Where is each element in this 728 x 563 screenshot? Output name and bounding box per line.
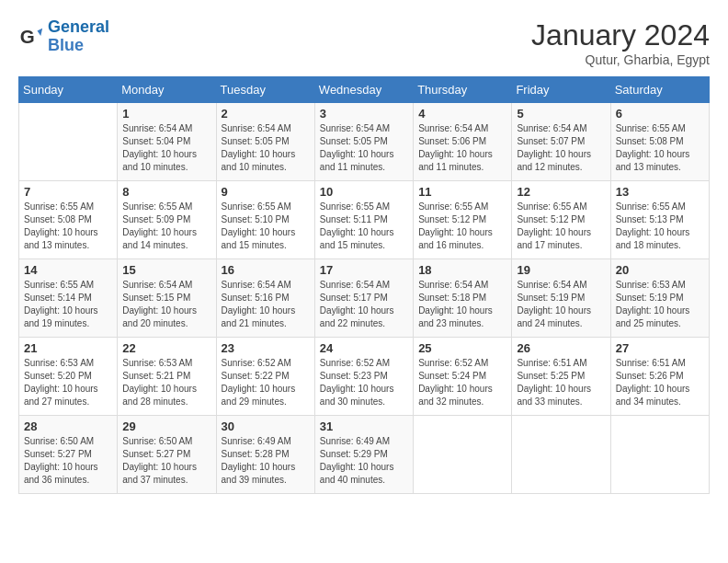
page-header: G General Blue January 2024 Qutur, Gharb… [18,18,710,67]
day-cell: 5Sunrise: 6:54 AMSunset: 5:07 PMDaylight… [512,103,610,181]
day-number: 11 [418,185,506,199]
day-cell [610,416,709,494]
day-info: Sunrise: 6:55 AMSunset: 5:14 PMDaylight:… [24,279,112,330]
day-cell: 13Sunrise: 6:55 AMSunset: 5:13 PMDayligh… [610,181,709,259]
day-number: 14 [24,263,112,277]
day-number: 24 [320,341,408,355]
day-info: Sunrise: 6:49 AMSunset: 5:29 PMDaylight:… [320,435,408,487]
day-number: 26 [517,341,605,355]
day-header-wednesday: Wednesday [314,77,413,103]
day-number: 3 [320,107,408,121]
day-cell: 7Sunrise: 6:55 AMSunset: 5:08 PMDaylight… [19,181,118,259]
day-number: 15 [122,263,210,277]
day-cell: 14Sunrise: 6:55 AMSunset: 5:14 PMDayligh… [19,259,118,338]
logo-icon: G [18,24,44,50]
day-cell: 27Sunrise: 6:51 AMSunset: 5:26 PMDayligh… [610,338,709,416]
day-info: Sunrise: 6:55 AMSunset: 5:12 PMDaylight:… [517,201,605,252]
day-cell: 29Sunrise: 6:50 AMSunset: 5:27 PMDayligh… [118,416,216,494]
day-cell [414,416,512,494]
day-info: Sunrise: 6:52 AMSunset: 5:22 PMDaylight:… [222,357,310,408]
day-cell: 16Sunrise: 6:54 AMSunset: 5:16 PMDayligh… [216,259,314,338]
svg-marker-1 [38,28,43,35]
day-info: Sunrise: 6:54 AMSunset: 5:06 PMDaylight:… [418,122,506,174]
day-cell: 24Sunrise: 6:52 AMSunset: 5:23 PMDayligh… [314,338,413,416]
logo-text: General Blue [48,18,109,55]
week-row-5: 28Sunrise: 6:50 AMSunset: 5:27 PMDayligh… [19,416,710,494]
day-cell: 9Sunrise: 6:55 AMSunset: 5:10 PMDaylight… [216,181,314,259]
day-number: 25 [418,341,506,355]
week-row-2: 7Sunrise: 6:55 AMSunset: 5:08 PMDaylight… [19,181,710,259]
day-info: Sunrise: 6:53 AMSunset: 5:19 PMDaylight:… [616,279,704,330]
day-cell: 25Sunrise: 6:52 AMSunset: 5:24 PMDayligh… [414,338,512,416]
day-info: Sunrise: 6:53 AMSunset: 5:20 PMDaylight:… [24,357,112,408]
day-header-sunday: Sunday [19,77,118,103]
day-info: Sunrise: 6:54 AMSunset: 5:05 PMDaylight:… [320,122,408,174]
day-info: Sunrise: 6:52 AMSunset: 5:24 PMDaylight:… [418,357,506,408]
week-row-1: 1Sunrise: 6:54 AMSunset: 5:04 PMDaylight… [19,103,710,181]
day-info: Sunrise: 6:51 AMSunset: 5:25 PMDaylight:… [517,357,605,408]
day-number: 19 [517,263,605,277]
day-cell: 10Sunrise: 6:55 AMSunset: 5:11 PMDayligh… [314,181,413,259]
day-number: 20 [616,263,704,277]
day-info: Sunrise: 6:51 AMSunset: 5:26 PMDaylight:… [616,357,704,408]
day-cell: 4Sunrise: 6:54 AMSunset: 5:06 PMDaylight… [414,103,512,181]
day-info: Sunrise: 6:55 AMSunset: 5:13 PMDaylight:… [616,201,704,252]
day-info: Sunrise: 6:50 AMSunset: 5:27 PMDaylight:… [24,435,112,487]
day-info: Sunrise: 6:55 AMSunset: 5:08 PMDaylight:… [616,122,704,174]
day-number: 28 [24,419,112,433]
day-info: Sunrise: 6:55 AMSunset: 5:08 PMDaylight:… [24,201,112,252]
day-number: 23 [222,341,310,355]
logo-line1: General [48,17,109,36]
day-cell: 6Sunrise: 6:55 AMSunset: 5:08 PMDaylight… [610,103,709,181]
day-cell: 1Sunrise: 6:54 AMSunset: 5:04 PMDaylight… [118,103,216,181]
day-cell: 30Sunrise: 6:49 AMSunset: 5:28 PMDayligh… [216,416,314,494]
day-info: Sunrise: 6:54 AMSunset: 5:04 PMDaylight:… [122,122,210,174]
day-number: 18 [418,263,506,277]
day-info: Sunrise: 6:55 AMSunset: 5:09 PMDaylight:… [122,201,210,252]
location: Qutur, Gharbia, Egypt [531,52,710,67]
day-number: 10 [320,185,408,199]
day-number: 22 [122,341,210,355]
day-number: 8 [122,185,210,199]
day-info: Sunrise: 6:50 AMSunset: 5:27 PMDaylight:… [122,435,210,487]
day-cell: 19Sunrise: 6:54 AMSunset: 5:19 PMDayligh… [512,259,610,338]
day-cell: 11Sunrise: 6:55 AMSunset: 5:12 PMDayligh… [414,181,512,259]
day-number: 16 [222,263,310,277]
month-title: January 2024 [531,18,710,52]
day-number: 29 [122,419,210,433]
day-info: Sunrise: 6:54 AMSunset: 5:18 PMDaylight:… [418,279,506,330]
day-number: 6 [616,107,704,121]
day-number: 12 [517,185,605,199]
day-info: Sunrise: 6:53 AMSunset: 5:21 PMDaylight:… [122,357,210,408]
day-cell: 26Sunrise: 6:51 AMSunset: 5:25 PMDayligh… [512,338,610,416]
day-cell: 21Sunrise: 6:53 AMSunset: 5:20 PMDayligh… [19,338,118,416]
day-cell: 12Sunrise: 6:55 AMSunset: 5:12 PMDayligh… [512,181,610,259]
day-header-friday: Friday [512,77,610,103]
day-number: 21 [24,341,112,355]
day-info: Sunrise: 6:54 AMSunset: 5:05 PMDaylight:… [222,122,310,174]
day-cell: 2Sunrise: 6:54 AMSunset: 5:05 PMDaylight… [216,103,314,181]
calendar-table: SundayMondayTuesdayWednesdayThursdayFrid… [18,76,710,494]
day-info: Sunrise: 6:55 AMSunset: 5:11 PMDaylight:… [320,201,408,252]
day-cell: 28Sunrise: 6:50 AMSunset: 5:27 PMDayligh… [19,416,118,494]
day-number: 30 [222,419,310,433]
day-info: Sunrise: 6:54 AMSunset: 5:07 PMDaylight:… [517,122,605,174]
day-cell: 15Sunrise: 6:54 AMSunset: 5:15 PMDayligh… [118,259,216,338]
day-header-thursday: Thursday [414,77,512,103]
day-info: Sunrise: 6:54 AMSunset: 5:17 PMDaylight:… [320,279,408,330]
day-cell: 17Sunrise: 6:54 AMSunset: 5:17 PMDayligh… [314,259,413,338]
day-cell: 22Sunrise: 6:53 AMSunset: 5:21 PMDayligh… [118,338,216,416]
day-number: 4 [418,107,506,121]
day-header-monday: Monday [118,77,216,103]
day-number: 2 [222,107,310,121]
week-row-3: 14Sunrise: 6:55 AMSunset: 5:14 PMDayligh… [19,259,710,338]
day-cell: 8Sunrise: 6:55 AMSunset: 5:09 PMDaylight… [118,181,216,259]
logo-line2: Blue [48,36,84,54]
day-number: 17 [320,263,408,277]
day-info: Sunrise: 6:55 AMSunset: 5:10 PMDaylight:… [222,201,310,252]
day-info: Sunrise: 6:54 AMSunset: 5:15 PMDaylight:… [122,279,210,330]
day-header-tuesday: Tuesday [216,77,314,103]
logo: G General Blue [18,18,109,55]
title-section: January 2024 Qutur, Gharbia, Egypt [531,18,710,67]
day-cell [19,103,118,181]
